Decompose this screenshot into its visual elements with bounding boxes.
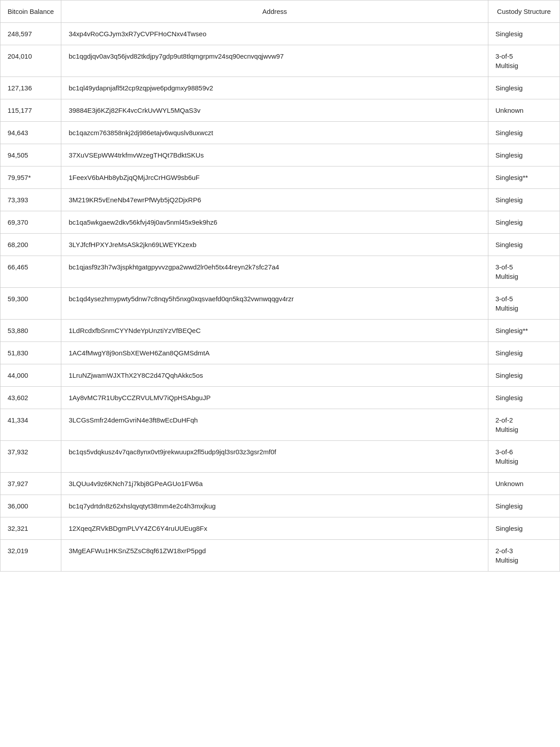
cell-balance: 32,019 — [0, 540, 61, 572]
cell-custody: 3-of-5Multisig — [488, 256, 560, 288]
cell-balance: 37,932 — [0, 441, 61, 473]
cell-custody: Singlesig — [488, 342, 560, 364]
cell-custody: Singlesig — [488, 211, 560, 234]
table-row: 51,8301AC4fMwgY8j9onSbXEWeH6Zan8QGMSdmtA… — [0, 342, 560, 364]
cell-balance: 37,927 — [0, 473, 61, 495]
cell-balance: 59,300 — [0, 288, 61, 320]
cell-balance: 115,177 — [0, 99, 61, 122]
cell-custody: Singlesig — [488, 23, 560, 45]
cell-address: 3MgEAFWu1HKSnZ5ZsC8qf61ZW18xrP5pgd — [61, 540, 488, 572]
cell-address: bc1qd4ysezhmypwty5dnw7c8nqy5h5nxg0xqsvae… — [61, 288, 488, 320]
cell-balance: 43,602 — [0, 387, 61, 409]
table-row: 36,000bc1q7ydrtdn8z62xhslqyqtyt38mm4e2c4… — [0, 495, 560, 517]
cell-address: 1Ay8vMC7R1UbyCCZRVULMV7iQpHSAbguJP — [61, 387, 488, 409]
cell-balance: 69,370 — [0, 211, 61, 234]
cell-balance: 79,957* — [0, 166, 61, 189]
cell-address: 1LdRcdxfbSnmCYYNdeYpUnztiYzVfBEQeC — [61, 320, 488, 342]
cell-balance: 53,880 — [0, 320, 61, 342]
cell-address: bc1qgdjqv0av3q56jvd82tkdjpy7gdp9ut8tlqmg… — [61, 45, 488, 77]
header-balance: Bitcoin Balance — [0, 0, 61, 23]
cell-balance: 248,597 — [0, 23, 61, 45]
cell-custody: Singlesig — [488, 234, 560, 256]
table-row: 127,136bc1ql49ydapnjafl5t2cp9zqpjwe6pdgm… — [0, 77, 560, 99]
cell-balance: 94,643 — [0, 122, 61, 144]
cell-balance: 127,136 — [0, 77, 61, 99]
cell-address: bc1qs5vdqkusz4v7qac8ynx0vt9jrekwuupx2fl5… — [61, 441, 488, 473]
cell-address: bc1qa5wkgaew2dkv56kfvj49j0av5nml45x9ek9h… — [61, 211, 488, 234]
table-row: 66,465bc1qjasf9z3h7w3jspkhtgatgpyvvzgpa2… — [0, 256, 560, 288]
cell-address: 3M219KR5vEneNb47ewrPfWyb5jQ2DjxRP6 — [61, 189, 488, 211]
cell-address: 3LCGsSmfr24demGvriN4e3ft8wEcDuHFqh — [61, 409, 488, 441]
cell-address: 1LruNZjwamWJXThX2Y8C2d47QqhAkkc5os — [61, 364, 488, 387]
table-row: 43,6021Ay8vMC7R1UbyCCZRVULMV7iQpHSAbguJP… — [0, 387, 560, 409]
cell-balance: 204,010 — [0, 45, 61, 77]
table-row: 94,643bc1qazcm763858nkj2dj986etajv6wqusl… — [0, 122, 560, 144]
table-row: 94,50537XuVSEpWW4trkfmvWzegTHQt7BdktSKUs… — [0, 144, 560, 166]
cell-custody: Unknown — [488, 473, 560, 495]
cell-address: 39884E3j6KZj82FK4vcCrkUvWYL5MQaS3v — [61, 99, 488, 122]
cell-address: bc1q7ydrtdn8z62xhslqyqtyt38mm4e2c4h3mxjk… — [61, 495, 488, 517]
cell-balance: 73,393 — [0, 189, 61, 211]
header-address: Address — [61, 0, 488, 23]
cell-custody: 3-of-6Multisig — [488, 441, 560, 473]
table-row: 68,2003LYJfcfHPXYJreMsASk2jkn69LWEYKzexb… — [0, 234, 560, 256]
table-row: 115,17739884E3j6KZj82FK4vcCrkUvWYL5MQaS3… — [0, 99, 560, 122]
table-row: 53,8801LdRcdxfbSnmCYYNdeYpUnztiYzVfBEQeC… — [0, 320, 560, 342]
main-container: Bitcoin Balance Address Custody Structur… — [0, 0, 560, 747]
cell-balance: 36,000 — [0, 495, 61, 517]
header-custody: Custody Structure — [488, 0, 560, 23]
cell-custody: Singlesig — [488, 517, 560, 540]
cell-balance: 41,334 — [0, 409, 61, 441]
cell-custody: Singlesig — [488, 122, 560, 144]
table-row: 32,32112XqeqZRVkBDgmPLVY4ZC6Y4ruUUEug8Fx… — [0, 517, 560, 540]
cell-custody: Singlesig — [488, 387, 560, 409]
cell-custody: 3-of-5Multisig — [488, 45, 560, 77]
table-row: 32,0193MgEAFWu1HKSnZ5ZsC8qf61ZW18xrP5pgd… — [0, 540, 560, 572]
cell-address: 37XuVSEpWW4trkfmvWzegTHQt7BdktSKUs — [61, 144, 488, 166]
table-row: 37,932bc1qs5vdqkusz4v7qac8ynx0vt9jrekwuu… — [0, 441, 560, 473]
cell-custody: Singlesig — [488, 77, 560, 99]
cell-custody: Singlesig — [488, 189, 560, 211]
cell-custody: Singlesig — [488, 495, 560, 517]
table-row: 37,9273LQUu4v9z6KNch71j7kbj8GPeAGUo1FW6a… — [0, 473, 560, 495]
cell-balance: 51,830 — [0, 342, 61, 364]
table-row: 248,59734xp4vRoCGJym3xR7yCVPFHoCNxv4Twse… — [0, 23, 560, 45]
cell-custody: Singlesig** — [488, 320, 560, 342]
table-row: 44,0001LruNZjwamWJXThX2Y8C2d47QqhAkkc5os… — [0, 364, 560, 387]
cell-address: 34xp4vRoCGJym3xR7yCVPFHoCNxv4Twseo — [61, 23, 488, 45]
cell-custody: Singlesig — [488, 364, 560, 387]
cell-custody: Unknown — [488, 99, 560, 122]
cell-balance: 68,200 — [0, 234, 61, 256]
cell-custody: Singlesig** — [488, 166, 560, 189]
cell-custody: Singlesig — [488, 144, 560, 166]
cell-custody: 2-of-3Multisig — [488, 540, 560, 572]
cell-custody: 3-of-5Multisig — [488, 288, 560, 320]
cell-balance: 66,465 — [0, 256, 61, 288]
cell-address: bc1ql49ydapnjafl5t2cp9zqpjwe6pdgmxy98859… — [61, 77, 488, 99]
cell-address: bc1qjasf9z3h7w3jspkhtgatgpyvvzgpa2wwd2lr… — [61, 256, 488, 288]
table-row: 41,3343LCGsSmfr24demGvriN4e3ft8wEcDuHFqh… — [0, 409, 560, 441]
cell-address: bc1qazcm763858nkj2dj986etajv6wquslv8uxwc… — [61, 122, 488, 144]
cell-balance: 94,505 — [0, 144, 61, 166]
bitcoin-table: Bitcoin Balance Address Custody Structur… — [0, 0, 560, 572]
cell-address: 1FeexV6bAHb8ybZjqQMjJrcCrHGW9sb6uF — [61, 166, 488, 189]
cell-address: 3LYJfcfHPXYJreMsASk2jkn69LWEYKzexb — [61, 234, 488, 256]
table-header-row: Bitcoin Balance Address Custody Structur… — [0, 0, 560, 23]
table-row: 73,3933M219KR5vEneNb47ewrPfWyb5jQ2DjxRP6… — [0, 189, 560, 211]
table-row: 59,300bc1qd4ysezhmypwty5dnw7c8nqy5h5nxg0… — [0, 288, 560, 320]
table-row: 204,010bc1qgdjqv0av3q56jvd82tkdjpy7gdp9u… — [0, 45, 560, 77]
cell-custody: 2-of-2Multisig — [488, 409, 560, 441]
cell-address: 3LQUu4v9z6KNch71j7kbj8GPeAGUo1FW6a — [61, 473, 488, 495]
cell-address: 12XqeqZRVkBDgmPLVY4ZC6Y4ruUUEug8Fx — [61, 517, 488, 540]
table-row: 69,370bc1qa5wkgaew2dkv56kfvj49j0av5nml45… — [0, 211, 560, 234]
cell-balance: 44,000 — [0, 364, 61, 387]
cell-address: 1AC4fMwgY8j9onSbXEWeH6Zan8QGMSdmtA — [61, 342, 488, 364]
cell-balance: 32,321 — [0, 517, 61, 540]
table-row: 79,957*1FeexV6bAHb8ybZjqQMjJrcCrHGW9sb6u… — [0, 166, 560, 189]
